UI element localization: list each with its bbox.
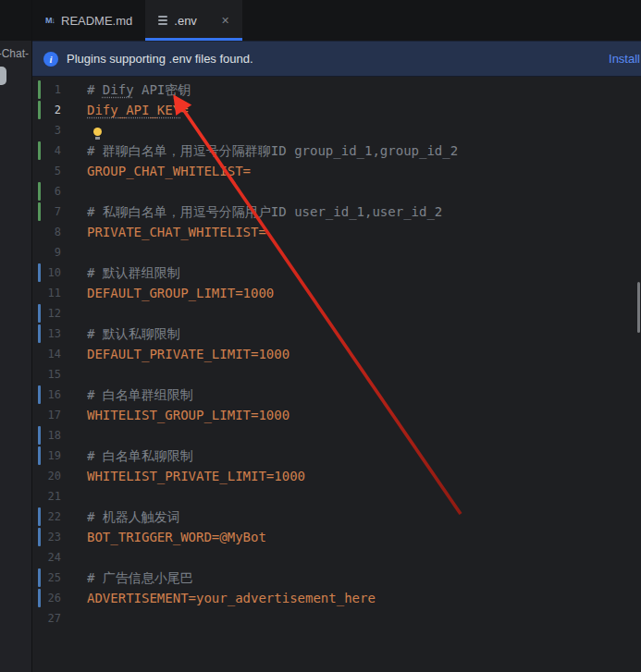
code-line[interactable]: 1# Dify API密钥 <box>32 79 641 100</box>
tab-readme[interactable]: M↓ README.md <box>32 0 145 41</box>
editor-column: M↓ README.md .env ✕ i Plugins supporting… <box>32 0 641 672</box>
gutter[interactable]: 23 <box>32 527 87 547</box>
gutter[interactable]: 17 <box>32 405 87 425</box>
line-number[interactable]: 23 <box>48 527 61 547</box>
code-line[interactable]: 14DEFAULT_PRIVATE_LIMIT=1000 <box>32 344 641 364</box>
change-marker-modified <box>38 568 41 587</box>
line-number[interactable]: 21 <box>48 486 61 507</box>
code-line[interactable]: 13# 默认私聊限制 <box>32 324 641 344</box>
token-code: WHITELIST_GROUP_LIMIT=1000 <box>87 408 290 422</box>
gutter[interactable]: 21 <box>32 486 87 507</box>
line-number[interactable]: 3 <box>55 120 61 141</box>
line-number[interactable]: 2 <box>55 100 61 120</box>
gutter[interactable]: 4 <box>32 141 87 161</box>
editor-pane[interactable]: 1# Dify API密钥2Dify_API_KEY=34# 群聊白名单，用逗号… <box>32 77 641 672</box>
gutter[interactable]: 19 <box>32 446 87 466</box>
line-number[interactable]: 25 <box>48 568 61 588</box>
line-number[interactable]: 11 <box>48 283 61 303</box>
code-line[interactable]: 19# 白名单私聊限制 <box>32 446 641 466</box>
line-number[interactable]: 7 <box>55 202 61 222</box>
code-line[interactable]: 2Dify_API_KEY= <box>32 100 641 120</box>
code-line[interactable]: 11DEFAULT_GROUP_LIMIT=1000 <box>32 283 641 303</box>
code-line[interactable]: 22# 机器人触发词 <box>32 507 641 527</box>
gutter[interactable]: 20 <box>32 466 87 486</box>
line-number[interactable]: 18 <box>48 425 61 446</box>
code-line[interactable]: 17WHITELIST_GROUP_LIMIT=1000 <box>32 405 641 425</box>
gutter[interactable]: 11 <box>32 283 87 303</box>
gutter[interactable]: 12 <box>32 303 87 324</box>
change-marker-modified <box>38 589 41 607</box>
gutter[interactable]: 27 <box>32 608 87 629</box>
gutter[interactable]: 1 <box>32 79 87 100</box>
gutter[interactable]: 2 <box>32 100 87 120</box>
code-content: # 私聊白名单，用逗号分隔用户ID user_id_1,user_id_2 <box>87 202 641 222</box>
code-content <box>87 364 641 385</box>
code-line[interactable]: 6 <box>32 181 641 202</box>
gutter[interactable]: 3 <box>32 120 87 141</box>
code-line[interactable]: 10# 默认群组限制 <box>32 263 641 283</box>
gutter[interactable]: 6 <box>32 181 87 202</box>
gutter[interactable]: 22 <box>32 507 87 527</box>
gutter[interactable]: 10 <box>32 263 87 283</box>
line-number[interactable]: 4 <box>55 141 61 161</box>
code-content: Dify_API_KEY= <box>87 100 641 120</box>
gutter[interactable]: 15 <box>32 364 87 385</box>
line-number[interactable]: 17 <box>48 405 61 425</box>
gutter[interactable]: 16 <box>32 385 87 405</box>
gutter[interactable]: 5 <box>32 161 87 181</box>
line-number[interactable]: 15 <box>48 364 61 385</box>
line-number[interactable]: 12 <box>48 303 61 324</box>
gutter[interactable]: 24 <box>32 547 87 568</box>
line-number[interactable]: 27 <box>48 608 61 629</box>
line-number[interactable]: 26 <box>48 588 61 608</box>
code-line[interactable]: 20WHITELIST_PRIVATE_LIMIT=1000 <box>32 466 641 486</box>
scrollbar-thumb[interactable] <box>637 282 640 333</box>
code-line[interactable]: 5GROUP_CHAT_WHITELIST= <box>32 161 641 181</box>
code-content <box>87 486 641 507</box>
gutter[interactable]: 25 <box>32 568 87 588</box>
token-code: GROUP_CHAT_WHITELIST= <box>87 164 251 178</box>
install-link[interactable]: Install <box>609 52 641 66</box>
token-comment: # <box>87 82 103 97</box>
line-number[interactable]: 14 <box>48 344 61 364</box>
gutter[interactable]: 9 <box>32 242 87 263</box>
close-icon[interactable]: ✕ <box>221 15 229 27</box>
tool-window-handle[interactable] <box>0 67 6 85</box>
code-line[interactable]: 21 <box>32 486 641 507</box>
gutter[interactable]: 13 <box>32 324 87 344</box>
code-line[interactable]: 4# 群聊白名单，用逗号分隔群聊ID group_id_1,group_id_2 <box>32 141 641 161</box>
code-line[interactable]: 8PRIVATE_CHAT_WHITELIST= <box>32 222 641 242</box>
line-number[interactable]: 16 <box>48 385 61 405</box>
gutter[interactable]: 14 <box>32 344 87 364</box>
gutter[interactable]: 8 <box>32 222 87 242</box>
line-number[interactable]: 22 <box>48 507 61 527</box>
line-number[interactable]: 8 <box>55 222 61 242</box>
code-line[interactable]: 25# 广告信息小尾巴 <box>32 568 641 588</box>
code-line[interactable]: 24 <box>32 547 641 568</box>
lightbulb-icon[interactable] <box>93 128 102 136</box>
line-number[interactable]: 20 <box>48 466 61 486</box>
code-line[interactable]: 12 <box>32 303 641 324</box>
line-number[interactable]: 5 <box>55 161 61 181</box>
tab-env[interactable]: .env ✕ <box>145 0 242 41</box>
line-number[interactable]: 9 <box>55 242 61 263</box>
code-line[interactable]: 27 <box>32 608 641 629</box>
code-line[interactable]: 23BOT_TRIGGER_WORD=@MyBot <box>32 527 641 547</box>
line-number[interactable]: 13 <box>48 324 61 344</box>
line-number[interactable]: 24 <box>48 547 61 568</box>
code-line[interactable]: 18 <box>32 425 641 446</box>
gutter[interactable]: 7 <box>32 202 87 222</box>
gutter[interactable]: 26 <box>32 588 87 608</box>
gutter[interactable]: 18 <box>32 425 87 446</box>
line-number[interactable]: 6 <box>55 181 61 202</box>
line-number[interactable]: 19 <box>48 446 61 466</box>
code-line[interactable]: 7# 私聊白名单，用逗号分隔用户ID user_id_1,user_id_2 <box>32 202 641 222</box>
code-line[interactable]: 3 <box>32 120 641 141</box>
code-line[interactable]: 26ADVERTISEMENT=your_advertisement_here <box>32 588 641 608</box>
line-number[interactable]: 10 <box>48 263 61 283</box>
code-line[interactable]: 15 <box>32 364 641 385</box>
line-number[interactable]: 1 <box>55 79 61 100</box>
code-line[interactable]: 9 <box>32 242 641 263</box>
code-line[interactable]: 16# 白名单群组限制 <box>32 385 641 405</box>
code-content: BOT_TRIGGER_WORD=@MyBot <box>87 527 641 547</box>
